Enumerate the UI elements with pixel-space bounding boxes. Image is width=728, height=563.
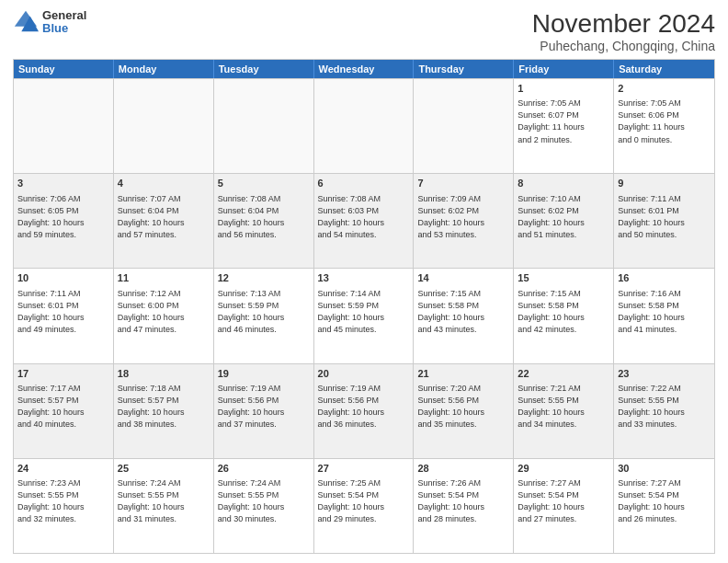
day-number: 5 — [218, 177, 310, 190]
day-cell-17: 17Sunrise: 7:17 AM Sunset: 5:57 PM Dayli… — [14, 364, 114, 458]
day-cell-27: 27Sunrise: 7:25 AM Sunset: 5:54 PM Dayli… — [314, 459, 415, 553]
day-number: 25 — [118, 462, 210, 476]
day-info: Sunrise: 7:16 AM Sunset: 5:58 PM Dayligh… — [618, 288, 711, 336]
calendar-body: 1Sunrise: 7:05 AM Sunset: 6:07 PM Daylig… — [14, 78, 714, 553]
day-cell-25: 25Sunrise: 7:24 AM Sunset: 5:55 PM Dayli… — [114, 459, 214, 553]
day-number: 18 — [118, 367, 210, 381]
day-cell-11: 11Sunrise: 7:12 AM Sunset: 6:00 PM Dayli… — [114, 269, 214, 362]
logo-blue-text: Blue — [42, 22, 86, 35]
day-info: Sunrise: 7:11 AM Sunset: 6:01 PM Dayligh… — [17, 288, 109, 336]
weekday-header-friday: Friday — [514, 60, 614, 78]
day-number: 13 — [318, 271, 410, 285]
day-info: Sunrise: 7:15 AM Sunset: 5:58 PM Dayligh… — [518, 288, 609, 336]
day-cell-30: 30Sunrise: 7:27 AM Sunset: 5:54 PM Dayli… — [614, 459, 714, 553]
day-cell-26: 26Sunrise: 7:24 AM Sunset: 5:55 PM Dayli… — [214, 459, 314, 553]
day-cell-2: 2Sunrise: 7:05 AM Sunset: 6:06 PM Daylig… — [614, 79, 714, 173]
day-info: Sunrise: 7:19 AM Sunset: 5:56 PM Dayligh… — [318, 383, 410, 431]
day-number: 15 — [518, 271, 609, 285]
day-number: 29 — [518, 462, 609, 476]
day-number: 26 — [218, 462, 310, 476]
day-info: Sunrise: 7:17 AM Sunset: 5:57 PM Dayligh… — [17, 383, 109, 431]
day-number: 23 — [618, 367, 711, 381]
day-info: Sunrise: 7:18 AM Sunset: 5:57 PM Dayligh… — [118, 383, 210, 431]
day-cell-8: 8Sunrise: 7:10 AM Sunset: 6:02 PM Daylig… — [514, 174, 614, 268]
day-cell-3: 3Sunrise: 7:06 AM Sunset: 6:05 PM Daylig… — [14, 174, 114, 268]
day-number: 28 — [417, 462, 509, 476]
day-number: 16 — [618, 271, 711, 285]
day-number: 7 — [417, 177, 509, 190]
day-info: Sunrise: 7:13 AM Sunset: 5:59 PM Dayligh… — [218, 288, 310, 336]
day-cell-13: 13Sunrise: 7:14 AM Sunset: 5:59 PM Dayli… — [314, 269, 415, 362]
day-info: Sunrise: 7:09 AM Sunset: 6:02 PM Dayligh… — [417, 193, 509, 241]
logo-text: General Blue — [42, 9, 86, 36]
day-cell-20: 20Sunrise: 7:19 AM Sunset: 5:56 PM Dayli… — [314, 364, 415, 458]
week-row-3: 10Sunrise: 7:11 AM Sunset: 6:01 PM Dayli… — [14, 268, 714, 362]
day-info: Sunrise: 7:23 AM Sunset: 5:55 PM Dayligh… — [17, 477, 109, 525]
day-number: 11 — [118, 271, 210, 285]
day-cell-22: 22Sunrise: 7:21 AM Sunset: 5:55 PM Dayli… — [514, 364, 614, 458]
calendar-page: General Blue November 2024 Puhechang, Ch… — [0, 0, 728, 563]
day-info: Sunrise: 7:10 AM Sunset: 6:02 PM Dayligh… — [518, 193, 609, 241]
week-row-4: 17Sunrise: 7:17 AM Sunset: 5:57 PM Dayli… — [14, 363, 714, 458]
day-number: 8 — [518, 177, 609, 190]
day-info: Sunrise: 7:19 AM Sunset: 5:56 PM Dayligh… — [218, 383, 310, 431]
weekday-header-wednesday: Wednesday — [314, 60, 415, 78]
day-cell-18: 18Sunrise: 7:18 AM Sunset: 5:57 PM Dayli… — [114, 364, 214, 458]
weekday-header-monday: Monday — [114, 60, 214, 78]
week-row-1: 1Sunrise: 7:05 AM Sunset: 6:07 PM Daylig… — [14, 78, 714, 173]
day-info: Sunrise: 7:25 AM Sunset: 5:54 PM Dayligh… — [318, 477, 410, 525]
day-number: 17 — [17, 367, 109, 381]
day-cell-4: 4Sunrise: 7:07 AM Sunset: 6:04 PM Daylig… — [114, 174, 214, 268]
day-cell-1: 1Sunrise: 7:05 AM Sunset: 6:07 PM Daylig… — [514, 79, 614, 173]
weekday-header-sunday: Sunday — [14, 60, 114, 78]
day-info: Sunrise: 7:21 AM Sunset: 5:55 PM Dayligh… — [518, 383, 609, 431]
calendar-header: SundayMondayTuesdayWednesdayThursdayFrid… — [14, 60, 714, 78]
empty-cell — [314, 79, 415, 173]
day-cell-6: 6Sunrise: 7:08 AM Sunset: 6:03 PM Daylig… — [314, 174, 415, 268]
day-info: Sunrise: 7:07 AM Sunset: 6:04 PM Dayligh… — [118, 193, 210, 241]
day-info: Sunrise: 7:14 AM Sunset: 5:59 PM Dayligh… — [318, 288, 410, 336]
day-cell-10: 10Sunrise: 7:11 AM Sunset: 6:01 PM Dayli… — [14, 269, 114, 362]
day-number: 30 — [618, 462, 711, 476]
day-cell-24: 24Sunrise: 7:23 AM Sunset: 5:55 PM Dayli… — [14, 459, 114, 553]
day-info: Sunrise: 7:24 AM Sunset: 5:55 PM Dayligh… — [218, 477, 310, 525]
day-number: 2 — [618, 82, 711, 96]
day-info: Sunrise: 7:05 AM Sunset: 6:06 PM Dayligh… — [618, 98, 711, 145]
day-number: 19 — [218, 367, 310, 381]
day-number: 22 — [518, 367, 609, 381]
week-row-2: 3Sunrise: 7:06 AM Sunset: 6:05 PM Daylig… — [14, 173, 714, 268]
day-number: 14 — [417, 271, 509, 285]
empty-cell — [414, 79, 514, 173]
day-cell-14: 14Sunrise: 7:15 AM Sunset: 5:58 PM Dayli… — [414, 269, 514, 362]
day-number: 12 — [218, 271, 310, 285]
day-number: 1 — [518, 82, 609, 96]
day-cell-9: 9Sunrise: 7:11 AM Sunset: 6:01 PM Daylig… — [614, 174, 714, 268]
month-title: November 2024 — [532, 9, 715, 39]
day-cell-21: 21Sunrise: 7:20 AM Sunset: 5:56 PM Dayli… — [414, 364, 514, 458]
day-info: Sunrise: 7:15 AM Sunset: 5:58 PM Dayligh… — [417, 288, 509, 336]
day-info: Sunrise: 7:11 AM Sunset: 6:01 PM Dayligh… — [618, 193, 711, 241]
day-cell-12: 12Sunrise: 7:13 AM Sunset: 5:59 PM Dayli… — [214, 269, 314, 362]
day-number: 6 — [318, 177, 410, 190]
day-cell-7: 7Sunrise: 7:09 AM Sunset: 6:02 PM Daylig… — [414, 174, 514, 268]
day-number: 24 — [17, 462, 109, 476]
empty-cell — [214, 79, 314, 173]
day-info: Sunrise: 7:05 AM Sunset: 6:07 PM Dayligh… — [518, 98, 609, 145]
day-info: Sunrise: 7:27 AM Sunset: 5:54 PM Dayligh… — [618, 477, 711, 525]
page-header: General Blue November 2024 Puhechang, Ch… — [13, 9, 715, 53]
calendar: SundayMondayTuesdayWednesdayThursdayFrid… — [13, 59, 715, 554]
day-info: Sunrise: 7:08 AM Sunset: 6:04 PM Dayligh… — [218, 193, 310, 241]
day-info: Sunrise: 7:27 AM Sunset: 5:54 PM Dayligh… — [518, 477, 609, 525]
day-number: 9 — [618, 177, 711, 190]
logo-icon — [13, 9, 39, 35]
day-info: Sunrise: 7:12 AM Sunset: 6:00 PM Dayligh… — [118, 288, 210, 336]
location: Puhechang, Chongqing, China — [532, 39, 715, 53]
day-cell-15: 15Sunrise: 7:15 AM Sunset: 5:58 PM Dayli… — [514, 269, 614, 362]
day-number: 27 — [318, 462, 410, 476]
day-info: Sunrise: 7:24 AM Sunset: 5:55 PM Dayligh… — [118, 477, 210, 525]
day-cell-23: 23Sunrise: 7:22 AM Sunset: 5:55 PM Dayli… — [614, 364, 714, 458]
logo: General Blue — [13, 9, 86, 36]
day-cell-19: 19Sunrise: 7:19 AM Sunset: 5:56 PM Dayli… — [214, 364, 314, 458]
day-cell-5: 5Sunrise: 7:08 AM Sunset: 6:04 PM Daylig… — [214, 174, 314, 268]
day-info: Sunrise: 7:06 AM Sunset: 6:05 PM Dayligh… — [17, 193, 109, 241]
